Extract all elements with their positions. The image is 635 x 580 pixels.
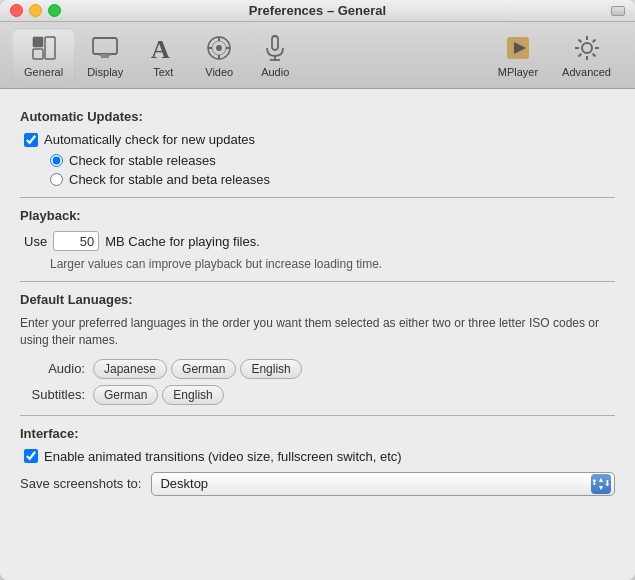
- tab-advanced[interactable]: Advanced: [550, 28, 623, 82]
- tab-video-label: Video: [205, 66, 233, 78]
- playback-header: Playback:: [20, 208, 615, 223]
- subtitles-lang-label: Subtitles:: [20, 387, 85, 402]
- save-select-wrapper: Desktop Documents Pictures Downloads Oth…: [151, 472, 615, 496]
- beta-releases-row: Check for stable and beta releases: [20, 172, 615, 187]
- svg-line-26: [592, 40, 595, 43]
- playback-hint: Larger values can improve playback but i…: [20, 257, 615, 271]
- save-screenshots-label: Save screenshots to:: [20, 476, 141, 491]
- subtitles-lang-tag-english[interactable]: English: [162, 385, 223, 405]
- subtitles-lang-tag-german[interactable]: German: [93, 385, 158, 405]
- divider-2: [20, 281, 615, 282]
- svg-line-27: [578, 54, 581, 57]
- auto-check-label[interactable]: Automatically check for new updates: [44, 132, 255, 147]
- auto-check-row: Automatically check for new updates: [20, 132, 615, 147]
- preferences-window: Preferences – General General: [0, 0, 635, 580]
- svg-rect-2: [45, 37, 55, 59]
- tab-audio[interactable]: Audio: [247, 28, 303, 82]
- resize-widget[interactable]: [611, 6, 625, 16]
- tab-general[interactable]: General: [12, 28, 75, 82]
- tab-general-label: General: [24, 66, 63, 78]
- tab-video[interactable]: Video: [191, 28, 247, 82]
- stable-releases-radio[interactable]: [50, 154, 63, 167]
- audio-lang-tag-english[interactable]: English: [240, 359, 301, 379]
- stable-releases-row: Check for stable releases: [20, 153, 615, 168]
- content-area: Automatic Updates: Automatically check f…: [0, 89, 635, 580]
- svg-line-25: [592, 54, 595, 57]
- svg-point-9: [216, 45, 222, 51]
- interface-section: Interface: Enable animated transitions (…: [20, 426, 615, 496]
- cache-row: Use MB Cache for playing files.: [20, 231, 615, 251]
- svg-rect-3: [93, 38, 117, 54]
- automatic-updates-header: Automatic Updates:: [20, 109, 615, 124]
- close-button[interactable]: [10, 4, 23, 17]
- default-languages-header: Default Lanuages:: [20, 292, 615, 307]
- stable-releases-label[interactable]: Check for stable releases: [69, 153, 216, 168]
- mplayer-icon: [502, 32, 534, 64]
- tab-mplayer-label: MPlayer: [498, 66, 538, 78]
- title-bar: Preferences – General: [0, 0, 635, 22]
- audio-lang-tag-japanese[interactable]: Japanese: [93, 359, 167, 379]
- tab-text-label: Text: [153, 66, 173, 78]
- tab-display-label: Display: [87, 66, 123, 78]
- video-icon: [203, 32, 235, 64]
- divider-1: [20, 197, 615, 198]
- tab-audio-label: Audio: [261, 66, 289, 78]
- text-icon: A: [147, 32, 179, 64]
- toolbar: General Display A Text: [0, 22, 635, 89]
- tab-display[interactable]: Display: [75, 28, 135, 82]
- save-screenshots-row: Save screenshots to: Desktop Documents P…: [20, 472, 615, 496]
- animated-transitions-checkbox[interactable]: [24, 449, 38, 463]
- maximize-button[interactable]: [48, 4, 61, 17]
- save-screenshots-select[interactable]: Desktop Documents Pictures Downloads Oth…: [151, 472, 615, 496]
- minimize-button[interactable]: [29, 4, 42, 17]
- svg-rect-5: [101, 56, 109, 58]
- subtitles-lang-row: Subtitles: German English: [20, 385, 615, 405]
- subtitles-lang-tags: German English: [93, 385, 224, 405]
- tab-text[interactable]: A Text: [135, 28, 191, 82]
- use-label: Use: [24, 234, 47, 249]
- animated-transitions-label[interactable]: Enable animated transitions (video size,…: [44, 449, 402, 464]
- beta-releases-label[interactable]: Check for stable and beta releases: [69, 172, 270, 187]
- audio-lang-label: Audio:: [20, 361, 85, 376]
- beta-releases-radio[interactable]: [50, 173, 63, 186]
- window-title: Preferences – General: [249, 3, 386, 18]
- tab-advanced-label: Advanced: [562, 66, 611, 78]
- language-description: Enter your preferred languages in the or…: [20, 315, 615, 349]
- cache-input[interactable]: [53, 231, 99, 251]
- tab-mplayer[interactable]: MPlayer: [486, 28, 550, 82]
- traffic-lights: [10, 4, 61, 17]
- mb-label: MB Cache for playing files.: [105, 234, 260, 249]
- svg-text:A: A: [151, 35, 170, 62]
- auto-check-checkbox[interactable]: [24, 133, 38, 147]
- divider-3: [20, 415, 615, 416]
- svg-rect-14: [272, 36, 278, 50]
- svg-point-19: [582, 43, 592, 53]
- general-icon: [28, 32, 60, 64]
- audio-lang-tags: Japanese German English: [93, 359, 302, 379]
- animated-transitions-row: Enable animated transitions (video size,…: [20, 449, 615, 464]
- advanced-icon: [571, 32, 603, 64]
- audio-lang-tag-german[interactable]: German: [171, 359, 236, 379]
- audio-icon: [259, 32, 291, 64]
- display-icon: [89, 32, 121, 64]
- svg-rect-0: [33, 37, 43, 47]
- interface-header: Interface:: [20, 426, 615, 441]
- svg-rect-4: [99, 54, 111, 56]
- svg-rect-1: [33, 49, 43, 59]
- svg-line-24: [578, 40, 581, 43]
- audio-lang-row: Audio: Japanese German English: [20, 359, 615, 379]
